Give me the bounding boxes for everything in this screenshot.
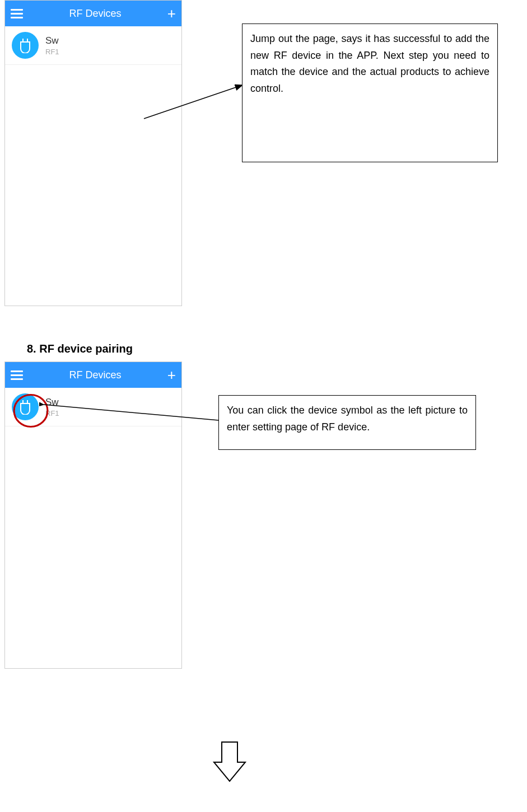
outlet-icon[interactable] bbox=[12, 393, 39, 420]
section-heading: 8. RF device pairing bbox=[27, 342, 133, 355]
down-arrow-icon bbox=[212, 740, 248, 783]
device-name: Sw bbox=[45, 35, 59, 46]
plus-icon[interactable]: + bbox=[167, 6, 176, 21]
outlet-icon[interactable] bbox=[12, 32, 39, 59]
callout-box-2: You can click the device symbol as the l… bbox=[218, 395, 476, 450]
device-sub: RF1 bbox=[45, 409, 59, 417]
titlebar: RF Devices + bbox=[5, 362, 181, 388]
titlebar-text: RF Devices bbox=[23, 369, 167, 381]
callout-box-1: Jump out the page, says it has successfu… bbox=[242, 24, 498, 162]
callout-text-2: You can click the device symbol as the l… bbox=[227, 405, 468, 433]
device-row[interactable]: Sw RF1 bbox=[5, 388, 181, 426]
device-row[interactable]: Sw RF1 bbox=[5, 26, 181, 65]
phone-screenshot-2: RF Devices + Sw RF1 bbox=[4, 362, 182, 669]
plus-icon[interactable]: + bbox=[167, 368, 176, 382]
device-sub: RF1 bbox=[45, 48, 59, 56]
callout-text-1: Jump out the page, says it has successfu… bbox=[250, 33, 489, 94]
titlebar-text: RF Devices bbox=[23, 8, 167, 20]
menu-icon[interactable] bbox=[11, 9, 23, 18]
phone-screenshot-1: RF Devices + Sw RF1 bbox=[4, 0, 182, 306]
menu-icon[interactable] bbox=[11, 370, 23, 380]
device-name: Sw bbox=[45, 397, 59, 408]
titlebar: RF Devices + bbox=[5, 1, 181, 26]
